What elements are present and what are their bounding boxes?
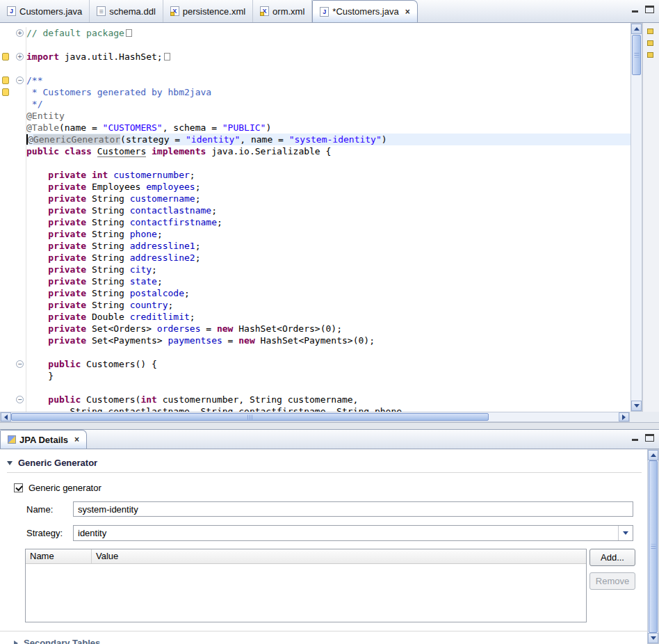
warning-overview-marker[interactable] [647, 29, 653, 34]
code-text[interactable] [26, 63, 630, 74]
section-expanded-icon[interactable] [7, 461, 13, 465]
code-line[interactable]: − public Customers() { [0, 358, 630, 370]
code-text[interactable]: /** [26, 74, 630, 86]
warning-overview-marker[interactable] [647, 40, 653, 46]
code-area[interactable]: +// default package+import java.util.Has… [0, 23, 630, 412]
code-line[interactable]: private String phone; [0, 228, 630, 240]
code-line[interactable]: − public Customers(int customernumber, S… [0, 394, 630, 405]
generic-generator-checkbox[interactable] [14, 483, 23, 492]
overview-ruler[interactable] [642, 23, 659, 412]
code-line[interactable]: @Table(name = "CUSTOMERS", schema = "PUB… [0, 122, 630, 134]
editor-vertical-scrollbar[interactable] [630, 23, 642, 412]
generic-generator-section-header[interactable]: Generic Generator [7, 458, 642, 473]
scroll-up-icon[interactable] [631, 24, 642, 34]
code-text[interactable]: private Double creditlimit; [26, 311, 630, 323]
scroll-down-icon[interactable] [631, 401, 642, 411]
code-text[interactable] [26, 157, 630, 169]
code-line[interactable]: private String country; [0, 299, 630, 311]
generator-name-input[interactable] [73, 501, 633, 517]
minimize-icon[interactable] [630, 6, 640, 13]
add-button[interactable]: Add... [589, 549, 635, 566]
editor-horizontal-scrollbar[interactable] [0, 412, 630, 422]
strategy-combo[interactable]: identity [73, 525, 633, 541]
code-line[interactable]: private String postalcode; [0, 287, 630, 299]
code-text[interactable]: public Customers() { [26, 358, 630, 370]
code-text[interactable]: @Entity [26, 110, 630, 122]
section-collapsed-icon[interactable] [14, 641, 18, 644]
scrollbar-thumb[interactable] [11, 413, 489, 421]
code-line[interactable]: @Entity [0, 110, 630, 122]
combo-dropdown-button[interactable] [618, 526, 633, 540]
code-text[interactable]: } [26, 370, 630, 382]
code-line[interactable] [0, 382, 630, 394]
code-text[interactable]: private String customername; [26, 193, 630, 204]
fold-collapse-icon[interactable]: − [16, 77, 24, 84]
code-line[interactable]: private int customernumber; [0, 169, 630, 181]
code-line[interactable]: private String city; [0, 264, 630, 275]
fold-collapse-icon[interactable]: − [16, 396, 24, 403]
fold-collapse-icon[interactable]: − [16, 360, 24, 368]
code-line[interactable]: public class Customers implements java.i… [0, 145, 630, 157]
code-text[interactable]: private String addressline2; [26, 252, 630, 264]
code-text[interactable]: * Customers generated by hbm2java [26, 86, 630, 98]
code-text[interactable]: private Set<Payments> paymentses = new H… [26, 335, 630, 346]
code-text[interactable]: private String phone; [26, 228, 630, 240]
code-text[interactable]: private String country; [26, 299, 630, 311]
code-line[interactable]: private Set<Orders> orderses = new HashS… [0, 323, 630, 335]
minimize-icon[interactable] [630, 434, 640, 442]
code-line[interactable] [0, 346, 630, 358]
fold-expand-icon[interactable]: + [16, 29, 24, 37]
parameters-table-body[interactable] [26, 564, 586, 622]
scroll-left-icon[interactable] [1, 412, 11, 421]
code-text[interactable]: private String contactfirstname; [26, 216, 630, 228]
code-text[interactable]: public Customers(int customernumber, Str… [26, 394, 630, 405]
scroll-right-icon[interactable] [619, 412, 629, 421]
code-line[interactable]: +import java.util.HashSet; [0, 51, 630, 63]
code-line[interactable]: String contactlastname, String contactfi… [0, 405, 630, 412]
maximize-icon[interactable] [645, 6, 654, 13]
code-line[interactable]: private String addressline1; [0, 240, 630, 252]
code-line[interactable]: * Customers generated by hbm2java [0, 86, 630, 98]
code-line[interactable] [0, 39, 630, 51]
code-line[interactable]: −/** [0, 74, 630, 86]
code-text[interactable]: private String postalcode; [26, 287, 630, 299]
code-text[interactable] [26, 346, 630, 358]
maximize-icon[interactable] [645, 434, 654, 442]
code-text[interactable]: public class Customers implements java.i… [26, 145, 630, 157]
code-line[interactable]: private String addressline2; [0, 252, 630, 264]
tab-schema-ddl[interactable]: ≡ schema.ddl [90, 0, 163, 22]
tab-jpa-details[interactable]: JPA Details × [0, 430, 87, 449]
code-text[interactable]: private int customernumber; [26, 169, 630, 181]
code-text[interactable] [26, 382, 630, 394]
code-line[interactable]: private Double creditlimit; [0, 311, 630, 323]
tab-customers-java-active[interactable]: J *Customers.java × [312, 0, 417, 22]
code-line[interactable]: private Employees employees; [0, 181, 630, 193]
code-text[interactable]: private String addressline1; [26, 240, 630, 252]
code-line[interactable]: */ [0, 98, 630, 110]
jpa-vertical-scrollbar[interactable] [647, 449, 659, 644]
close-icon[interactable]: × [74, 435, 79, 444]
code-text[interactable]: // default package [26, 27, 630, 39]
generic-generator-checkbox-row[interactable]: Generic generator [14, 483, 647, 493]
code-line[interactable]: @GenericGenerator(strategy = "identity",… [0, 134, 630, 145]
code-text[interactable]: import java.util.HashSet; [26, 51, 630, 63]
code-line[interactable]: } [0, 370, 630, 382]
code-text[interactable]: private String contactlastname; [26, 204, 630, 216]
remove-button[interactable]: Remove [589, 572, 635, 590]
tab-persistence-xml[interactable]: X persistence.xml [163, 0, 253, 22]
code-line[interactable] [0, 63, 630, 74]
code-text[interactable]: private String city; [26, 264, 630, 275]
code-line[interactable]: private String customername; [0, 193, 630, 204]
code-line[interactable]: private String state; [0, 275, 630, 287]
secondary-tables-section-header[interactable]: Secondary Tables [0, 631, 647, 644]
code-text[interactable]: @Table(name = "CUSTOMERS", schema = "PUB… [26, 122, 630, 134]
scrollbar-thumb[interactable] [632, 35, 641, 75]
code-text[interactable]: */ [26, 98, 630, 110]
code-line[interactable]: private String contactlastname; [0, 204, 630, 216]
scroll-down-icon[interactable] [648, 633, 658, 643]
code-text[interactable]: String contactlastname, String contactfi… [26, 405, 630, 412]
code-line[interactable]: private String contactfirstname; [0, 216, 630, 228]
code-text[interactable]: @GenericGenerator(strategy = "identity",… [26, 134, 630, 145]
code-text[interactable]: private Set<Orders> orderses = new HashS… [26, 323, 630, 335]
code-text[interactable]: private Employees employees; [26, 181, 630, 193]
